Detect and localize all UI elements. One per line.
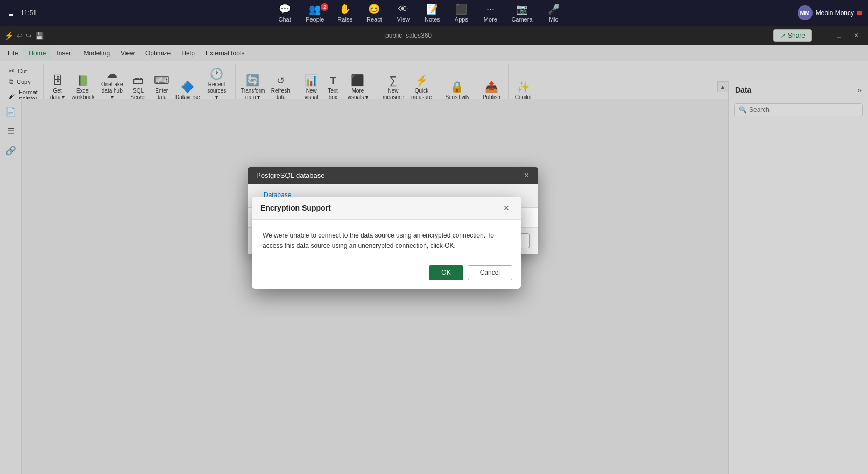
react-icon: 😊 (368, 3, 380, 15)
taskbar-chat-btn[interactable]: 💬 Chat (271, 1, 298, 25)
notes-label: Notes (425, 16, 440, 23)
taskbar: 🖥 11:51 💬 Chat 👥 People 2 ✋ Raise 😊 Reac… (0, 0, 868, 26)
taskbar-view-btn[interactable]: 👁 View (390, 1, 417, 25)
enc-dialog-title-text: Encryption Support (260, 204, 331, 212)
user-status-dot (857, 11, 862, 15)
taskbar-camera-btn[interactable]: 📷 Camera (506, 1, 538, 25)
enc-close-btn[interactable]: ✕ (500, 202, 512, 214)
people-badge: 2 (321, 3, 328, 11)
more-label: More (484, 16, 497, 23)
chat-icon: 💬 (279, 3, 291, 15)
enc-dialog-body: We were unable to connect to the data so… (252, 220, 521, 260)
taskbar-raise-btn[interactable]: ✋ Raise (331, 1, 358, 25)
view-label: View (397, 16, 410, 23)
mic-label: Mic (549, 16, 558, 23)
taskbar-more-btn[interactable]: ··· More (477, 1, 504, 25)
apps-icon: ⬛ (455, 3, 467, 15)
camera-label: Camera (511, 16, 532, 23)
raise-icon: ✋ (339, 3, 351, 15)
user-name: Mebin Moncy (816, 9, 854, 17)
people-icon: 👥 (309, 3, 321, 15)
camera-icon: 📷 (516, 3, 528, 15)
user-profile[interactable]: MM Mebin Moncy (798, 5, 862, 20)
notes-icon: 📝 (426, 3, 438, 15)
taskbar-left: 🖥 11:51 (6, 8, 45, 18)
raise-label: Raise (337, 16, 352, 23)
chat-label: Chat (279, 16, 291, 23)
taskbar-mic-btn[interactable]: 🎤 Mic (540, 1, 567, 25)
pg-dialog-title-text: PostgreSQL database (256, 171, 324, 179)
enc-cancel-btn[interactable]: Cancel (468, 265, 512, 280)
taskbar-icons: 💬 Chat 👥 People 2 ✋ Raise 😊 React 👁 View… (45, 1, 793, 25)
taskbar-right: MM Mebin Moncy (793, 5, 862, 20)
more-icon: ··· (486, 4, 495, 15)
time-display: 11:51 (20, 9, 37, 17)
apps-label: Apps (455, 16, 468, 23)
pg-dialog-close-btn[interactable]: ✕ (524, 171, 530, 179)
encryption-dialog: Encryption Support ✕ We were unable to c… (252, 197, 521, 289)
enc-ok-btn[interactable]: OK (429, 265, 463, 280)
react-label: React (366, 16, 382, 23)
avatar: MM (798, 5, 813, 20)
pg-dialog-titlebar: PostgreSQL database ✕ (248, 167, 538, 184)
system-icon: 🖥 (6, 8, 15, 18)
enc-dialog-message: We were unable to connect to the data so… (263, 231, 510, 251)
enc-dialog-titlebar: Encryption Support ✕ (252, 197, 521, 220)
view-icon: 👁 (398, 4, 408, 15)
taskbar-apps-btn[interactable]: ⬛ Apps (448, 1, 475, 25)
taskbar-people-btn[interactable]: 👥 People 2 (300, 1, 329, 25)
taskbar-react-btn[interactable]: 😊 React (361, 1, 387, 25)
enc-dialog-footer: OK Cancel (252, 260, 521, 289)
people-label: People (306, 16, 324, 23)
mic-icon: 🎤 (548, 3, 560, 15)
taskbar-notes-btn[interactable]: 📝 Notes (419, 1, 446, 25)
